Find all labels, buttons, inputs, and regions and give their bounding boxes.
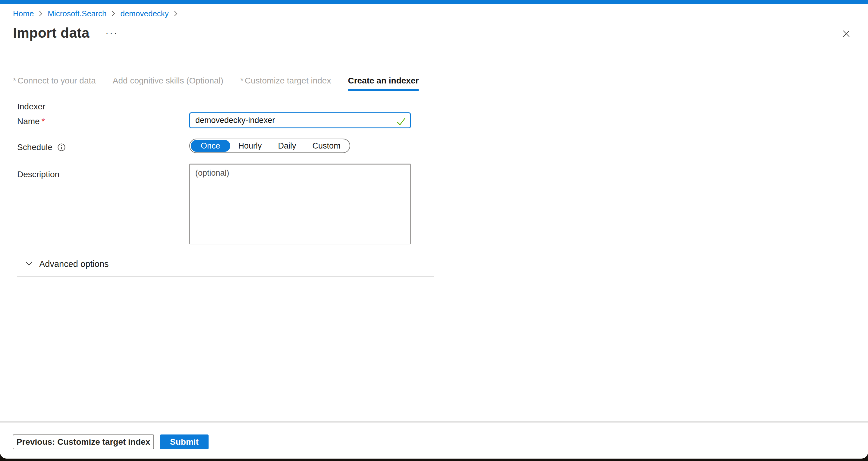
chevron-right-icon — [173, 10, 179, 18]
tab-connect-to-your-data[interactable]: *Connect to your data — [13, 76, 96, 91]
tab-label: Customize target index — [245, 76, 331, 85]
wizard-tabs: *Connect to your data Add cognitive skil… — [13, 76, 418, 91]
breadcrumb-microsoft-search-link[interactable]: Microsoft.Search — [48, 9, 106, 19]
tab-label: Add cognitive skills (Optional) — [113, 76, 223, 85]
tab-create-an-indexer[interactable]: Create an indexer — [348, 76, 418, 91]
schedule-option-daily[interactable]: Daily — [270, 140, 304, 152]
schedule-option-once[interactable]: Once — [191, 140, 230, 152]
info-icon[interactable] — [57, 143, 66, 152]
schedule-option-custom[interactable]: Custom — [304, 140, 349, 152]
schedule-label-row: Schedule — [17, 143, 66, 152]
breadcrumb-home-link[interactable]: Home — [13, 9, 34, 19]
divider — [17, 276, 434, 277]
schedule-label: Schedule — [17, 143, 53, 152]
required-asterisk: * — [240, 76, 244, 85]
previous-step-button[interactable]: Previous: Customize target index — [13, 434, 154, 449]
required-asterisk: * — [41, 117, 45, 126]
divider — [17, 254, 434, 254]
breadcrumb: Home Microsoft.Search demovedecky — [13, 8, 179, 19]
submit-button[interactable]: Submit — [160, 434, 209, 449]
name-label: Name* — [17, 117, 45, 126]
import-data-panel: Home Microsoft.Search demovedecky Import… — [0, 0, 868, 459]
indexer-section-label: Indexer — [17, 102, 45, 112]
advanced-options-label: Advanced options — [39, 259, 109, 269]
ellipsis-menu-icon[interactable]: ··· — [105, 28, 118, 38]
top-accent-bar — [0, 0, 868, 4]
tab-customize-target-index[interactable]: *Customize target index — [240, 76, 331, 91]
chevron-down-icon — [25, 261, 33, 268]
indexer-name-input[interactable] — [189, 113, 411, 128]
description-textarea[interactable] — [189, 164, 411, 244]
description-label: Description — [17, 170, 59, 179]
tab-add-cognitive-skills[interactable]: Add cognitive skills (Optional) — [113, 76, 223, 91]
page-title: Import data — [13, 25, 90, 41]
required-asterisk: * — [13, 76, 16, 85]
breadcrumb-demovedecky-link[interactable]: demovedecky — [120, 9, 168, 19]
close-icon[interactable] — [841, 29, 851, 38]
schedule-option-hourly[interactable]: Hourly — [230, 140, 270, 152]
valid-check-icon — [396, 117, 406, 127]
chevron-right-icon — [38, 10, 43, 18]
chevron-right-icon — [111, 10, 116, 18]
footer-divider — [0, 422, 868, 423]
tab-label: Connect to your data — [18, 76, 96, 85]
tab-label: Create an indexer — [348, 76, 418, 85]
advanced-options-expander[interactable]: Advanced options — [25, 259, 109, 269]
schedule-toggle-group: Once Hourly Daily Custom — [189, 139, 350, 153]
